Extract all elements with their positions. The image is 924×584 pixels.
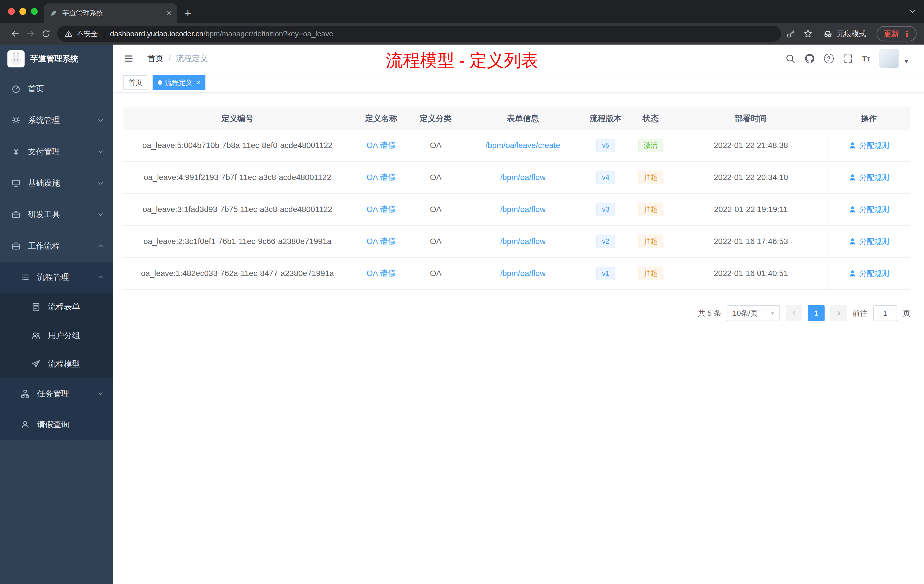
user-icon xyxy=(848,269,856,277)
form-link[interactable]: /bpm/oa/flow xyxy=(500,269,546,278)
toolbox-icon xyxy=(12,210,21,219)
update-label: 更新 xyxy=(884,29,899,39)
assign-rule-link[interactable]: 分配规则 xyxy=(848,205,889,214)
version-tag: v3 xyxy=(596,203,615,216)
password-key-icon[interactable] xyxy=(786,29,795,38)
sidebar-item-workflow[interactable]: 工作流程 xyxy=(0,230,113,262)
sidebar-item-task-mgmt[interactable]: 任务管理 xyxy=(0,378,113,409)
sidebar-item-process-model[interactable]: 流程模型 xyxy=(0,350,113,378)
goto-page-input[interactable] xyxy=(873,305,897,321)
page-number-button[interactable]: 1 xyxy=(808,305,825,321)
definition-table: 定义编号 定义名称 定义分类 表单信息 流程版本 状态 部署时间 操作 oa_l… xyxy=(124,107,910,290)
sidebar-item-home[interactable]: 首页 xyxy=(0,73,113,105)
sidebar-item-label: 流程表单 xyxy=(48,302,80,312)
font-size-icon[interactable]: TT xyxy=(862,54,871,63)
assign-rule-link[interactable]: 分配规则 xyxy=(848,237,889,247)
workflow-submenu: 流程管理 流程表单 用户分组 流程模型 任务管理 xyxy=(0,262,113,440)
chevron-down-icon xyxy=(97,390,104,397)
minimize-window-button[interactable] xyxy=(20,8,26,15)
briefcase-icon xyxy=(12,241,21,251)
help-question-icon[interactable]: ? xyxy=(824,54,834,63)
tag-close-icon[interactable]: × xyxy=(196,79,200,86)
form-link[interactable]: /bpm/oa/leave/create xyxy=(485,141,560,150)
sidebar-item-infra[interactable]: 基础设施 xyxy=(0,167,113,199)
tag-home[interactable]: 首页 xyxy=(124,75,147,90)
user-avatar[interactable] xyxy=(879,49,899,68)
goto-label: 前往 xyxy=(853,308,868,318)
definition-name-link[interactable]: OA 请假 xyxy=(366,205,396,214)
breadcrumb-home[interactable]: 首页 xyxy=(147,53,163,64)
incognito-label: 无痕模式 xyxy=(837,29,866,39)
assign-rule-link[interactable]: 分配规则 xyxy=(848,269,889,279)
not-secure-warning-icon[interactable] xyxy=(64,30,73,38)
definition-name-link[interactable]: OA 请假 xyxy=(366,237,396,246)
definition-name-link[interactable]: OA 请假 xyxy=(366,173,396,182)
col-header-actions: 操作 xyxy=(827,107,910,130)
tags-view: 首页 流程定义 × xyxy=(113,73,924,92)
breadcrumb-current: 流程定义 xyxy=(176,53,208,64)
avatar-caret-down-icon[interactable]: ▼ xyxy=(903,58,909,65)
tab-search-chevron-icon[interactable] xyxy=(909,7,917,15)
next-page-button[interactable] xyxy=(830,305,847,321)
tab-close-icon[interactable]: × xyxy=(166,9,172,17)
status-badge: 挂起 xyxy=(638,203,663,216)
definition-category: OA xyxy=(411,269,460,278)
sidebar-item-label: 任务管理 xyxy=(37,388,69,399)
reload-button[interactable] xyxy=(38,29,54,38)
table-row: oa_leave:4:991f2193-7b7f-11ec-a3c8-acde4… xyxy=(124,162,910,194)
deploy-time: 2022-01-16 01:40:51 xyxy=(675,269,827,278)
user-icon xyxy=(21,420,30,429)
new-tab-button[interactable]: + xyxy=(185,7,191,19)
sidebar-item-label: 流程模型 xyxy=(48,358,80,370)
browser-tab[interactable]: 芋道管理系统 × xyxy=(44,3,177,23)
status-badge: 挂起 xyxy=(638,234,663,248)
sidebar-item-devtools[interactable]: 研发工具 xyxy=(0,199,113,230)
status-badge: 挂起 xyxy=(638,171,663,184)
assign-rule-link[interactable]: 分配规则 xyxy=(848,140,889,150)
tag-process-definition[interactable]: 流程定义 × xyxy=(153,75,205,90)
tab-title: 芋道管理系统 xyxy=(62,8,162,18)
fullscreen-icon[interactable] xyxy=(843,54,853,63)
sidebar-item-label: 首页 xyxy=(28,83,44,94)
browser-update-button[interactable]: 更新 ⋮ xyxy=(876,26,917,41)
sidebar-item-label: 请假查询 xyxy=(37,419,69,430)
col-header-version: 流程版本 xyxy=(585,113,626,124)
sidebar-item-label: 用户分组 xyxy=(48,330,80,341)
user-icon xyxy=(848,142,856,149)
prev-page-button[interactable] xyxy=(786,305,802,321)
screenshot-root: 芋道管理系统 × + 不安全 dashboard.yudao.iocoder.c… xyxy=(0,0,924,584)
sidebar-item-leave-query[interactable]: 请假查询 xyxy=(0,409,113,440)
browser-address-bar: 不安全 dashboard.yudao.iocoder.cn/bpm/manag… xyxy=(0,23,924,45)
sidebar-item-user-group[interactable]: 用户分组 xyxy=(0,321,113,350)
assign-rule-link[interactable]: 分配规则 xyxy=(848,173,889,183)
sidebar-item-process-form[interactable]: 流程表单 xyxy=(0,292,113,321)
github-icon[interactable] xyxy=(805,53,815,64)
bookmark-star-icon[interactable] xyxy=(804,29,813,38)
search-icon[interactable] xyxy=(785,53,795,64)
forward-button[interactable] xyxy=(23,29,38,38)
form-link[interactable]: /bpm/oa/flow xyxy=(500,205,546,214)
sidebar-item-payment[interactable]: ¥ 支付管理 xyxy=(0,136,113,167)
sidebar-item-system[interactable]: 系统管理 xyxy=(0,105,113,136)
form-link[interactable]: /bpm/oa/flow xyxy=(500,173,546,182)
tag-label: 首页 xyxy=(129,78,142,87)
sidebar-toggle-icon[interactable] xyxy=(124,53,134,64)
zoom-window-button[interactable] xyxy=(31,8,38,15)
sidebar-item-process-mgmt[interactable]: 流程管理 xyxy=(0,262,113,292)
yen-icon: ¥ xyxy=(12,147,21,157)
app-logo[interactable]: 芋道管理系统 xyxy=(0,45,113,73)
version-tag: v5 xyxy=(596,139,615,152)
definition-name-link[interactable]: OA 请假 xyxy=(366,269,396,278)
form-link[interactable]: /bpm/oa/flow xyxy=(500,237,546,246)
sidebar-item-label: 研发工具 xyxy=(28,209,60,220)
definition-name-link[interactable]: OA 请假 xyxy=(366,141,396,150)
definition-id: oa_leave:1:482ec033-762a-11ec-8477-a2380… xyxy=(124,269,351,278)
monitor-icon xyxy=(12,178,21,188)
status-badge: 挂起 xyxy=(638,267,663,280)
page-size-select[interactable]: 10条/页 ▼ xyxy=(727,305,780,321)
back-button[interactable] xyxy=(7,29,23,38)
sidebar-item-label: 流程管理 xyxy=(37,272,69,282)
browser-menu-icon[interactable]: ⋮ xyxy=(903,29,911,39)
close-window-button[interactable] xyxy=(8,8,15,15)
url-omnibox[interactable]: 不安全 dashboard.yudao.iocoder.cn/bpm/manag… xyxy=(57,26,781,42)
